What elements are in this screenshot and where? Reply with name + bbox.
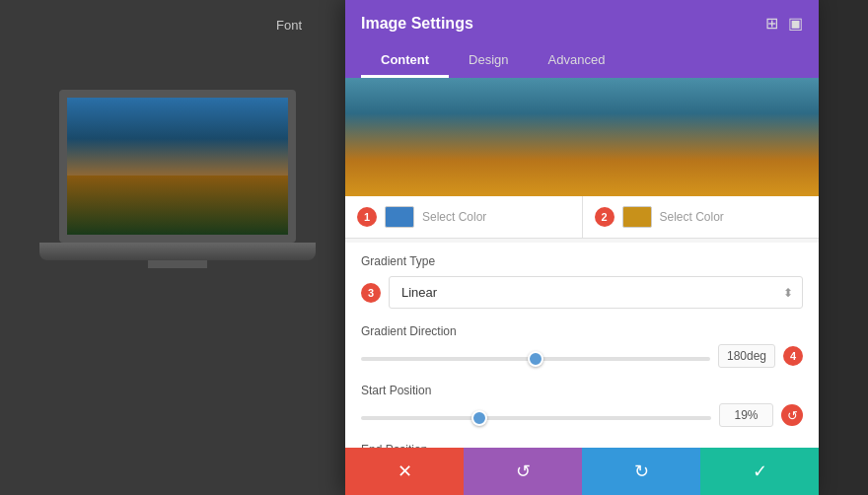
bottom-toolbar: ✕ ↺ ↻ ✓ (345, 448, 819, 495)
image-settings-panel: Image Settings ⊞ ▣ Content Design Advanc… (345, 0, 819, 495)
color-label-2: Select Color (660, 210, 808, 224)
color-picker-2-group: 2 Select Color (582, 196, 820, 238)
start-position-control: 19% ↺ (361, 403, 803, 427)
laptop-base (39, 243, 316, 260)
color-row: 1 Select Color 2 Select Color (345, 196, 819, 239)
gradient-direction-label: Gradient Direction (361, 324, 803, 338)
badge-1: 1 (357, 207, 377, 227)
laptop (30, 90, 326, 405)
laptop-screen (59, 90, 296, 243)
gradient-type-row: Gradient Type 3 Linear Radial ⬍ (361, 254, 803, 309)
panel-body: 1 Select Color 2 Select Color Gradient T… (345, 78, 819, 448)
undo-button[interactable]: ↺ (464, 448, 582, 495)
gradient-direction-slider[interactable] (361, 357, 710, 361)
panel-header: Image Settings ⊞ ▣ Content Design Advanc… (345, 0, 819, 78)
color-picker-1-group: 1 Select Color (345, 196, 582, 238)
gradient-direction-slider-container (361, 347, 710, 365)
gradient-preview (345, 78, 819, 196)
badge-3: 3 (361, 283, 381, 303)
start-position-slider-container (361, 406, 711, 424)
tab-design[interactable]: Design (449, 44, 528, 78)
badge-2: 2 (595, 207, 615, 227)
gradient-direction-row: Gradient Direction 180deg 4 (361, 324, 803, 368)
gradient-type-select-wrapper: Linear Radial ⬍ (389, 276, 803, 309)
title-row: Image Settings ⊞ ▣ (361, 14, 803, 33)
tab-advanced[interactable]: Advanced (529, 44, 625, 78)
start-position-row: Start Position 19% ↺ (361, 384, 803, 427)
gradient-direction-control: 180deg 4 (361, 344, 803, 368)
save-button[interactable]: ✓ (700, 448, 819, 495)
color-swatch-2[interactable] (622, 206, 652, 228)
start-position-label: Start Position (361, 384, 803, 397)
start-position-reset-button[interactable]: ↺ (781, 404, 803, 426)
start-position-slider[interactable] (361, 416, 711, 420)
gradient-type-label: Gradient Type (361, 254, 803, 268)
tabs: Content Design Advanced (361, 44, 803, 78)
settings-section: Gradient Type 3 Linear Radial ⬍ Gradient… (345, 243, 819, 448)
redo-button[interactable]: ↻ (582, 448, 700, 495)
start-position-value: 19% (719, 403, 773, 427)
tab-content[interactable]: Content (361, 44, 449, 78)
gradient-type-select[interactable]: Linear Radial (389, 276, 803, 309)
color-label-1: Select Color (422, 210, 570, 224)
panel-icons: ⊞ ▣ (765, 14, 803, 33)
gradient-type-control: 3 Linear Radial ⬍ (361, 276, 803, 309)
fullscreen-icon[interactable]: ⊞ (765, 14, 778, 33)
panel-title: Image Settings (361, 15, 473, 33)
laptop-stand (148, 260, 207, 268)
cancel-button[interactable]: ✕ (345, 448, 464, 495)
background-area (0, 0, 355, 495)
font-label: Font (276, 18, 302, 33)
collapse-icon[interactable]: ▣ (788, 14, 803, 33)
badge-4: 4 (783, 346, 803, 366)
color-swatch-1[interactable] (385, 206, 414, 228)
gradient-direction-value: 180deg (718, 344, 775, 368)
